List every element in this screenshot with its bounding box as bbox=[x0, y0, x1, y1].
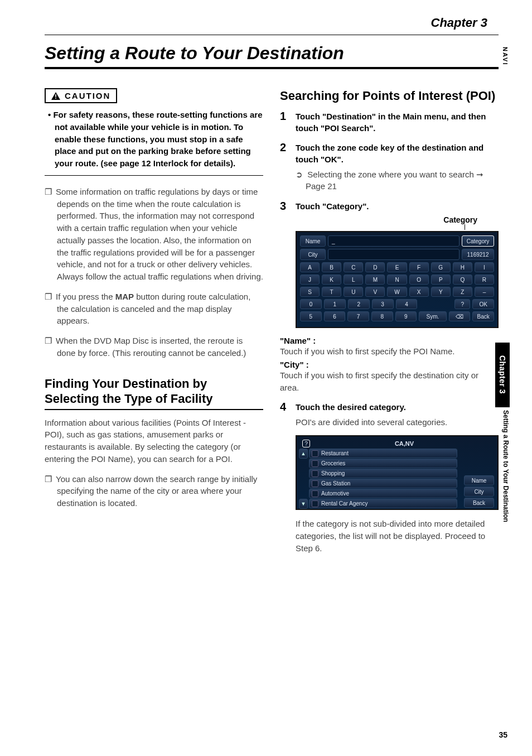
poi-category-item[interactable]: Gas Station bbox=[309, 479, 457, 488]
help-icon[interactable]: ? bbox=[302, 440, 310, 447]
note-item: ❐Some information on traffic regulations… bbox=[45, 186, 263, 283]
keyboard-key[interactable]: 2 bbox=[348, 299, 370, 309]
category-item-label: Automotive bbox=[321, 490, 349, 497]
keyboard-key[interactable]: S bbox=[300, 287, 320, 297]
keyboard-key[interactable]: O bbox=[409, 275, 429, 285]
keyboard-key[interactable]: W bbox=[387, 287, 407, 297]
keyboard-key[interactable]: H bbox=[453, 262, 472, 272]
step-4-after: If the category is not sub-divided into … bbox=[280, 518, 499, 554]
screen2-name-button[interactable]: Name bbox=[464, 475, 494, 485]
keyboard-key[interactable]: T bbox=[322, 287, 341, 297]
step-text: Touch the desired category. bbox=[296, 401, 406, 413]
category-item-label: Groceries bbox=[321, 460, 345, 466]
keyboard-key[interactable]: 1 bbox=[324, 299, 346, 309]
keyboard-key[interactable]: 8 bbox=[371, 311, 393, 321]
screen-name-tab[interactable]: Name bbox=[300, 235, 326, 247]
screen2-back-button[interactable]: Back bbox=[464, 498, 494, 508]
note-item: ❐You can also narrow down the search ran… bbox=[45, 473, 263, 509]
screen2-city-button[interactable]: City bbox=[464, 487, 494, 497]
step-text: Touch "Category". bbox=[296, 200, 369, 212]
category-icon bbox=[312, 490, 318, 497]
keyboard-key[interactable]: A bbox=[300, 262, 320, 272]
keyboard-key[interactable]: X bbox=[409, 287, 429, 297]
category-icon bbox=[312, 470, 318, 477]
keyboard-key[interactable]: P bbox=[431, 275, 451, 285]
keyboard-key[interactable]: Q bbox=[453, 275, 472, 285]
keyboard-key[interactable]: Z bbox=[453, 287, 472, 297]
keyboard-key[interactable]: R bbox=[475, 275, 494, 285]
screen2-title: CA,NV bbox=[313, 440, 495, 447]
keyboard-key[interactable]: 4 bbox=[396, 299, 418, 309]
page-title: Setting a Route to Your Destination bbox=[45, 43, 499, 69]
bullet-box-icon: ❐ bbox=[45, 335, 56, 347]
poi-category-item[interactable]: Shopping bbox=[309, 469, 457, 478]
caution-block: CAUTION • For safety reasons, these rout… bbox=[45, 88, 263, 176]
keyboard-key[interactable]: F bbox=[409, 262, 429, 272]
keyboard-key[interactable]: C bbox=[344, 262, 363, 272]
warning-triangle-icon bbox=[51, 92, 60, 100]
svg-rect-0 bbox=[55, 94, 56, 97]
keyboard-key[interactable]: 9 bbox=[395, 311, 417, 321]
poi-category-item[interactable]: Restaurant bbox=[309, 449, 457, 458]
category-item-label: Gas Station bbox=[321, 480, 350, 487]
bullet-box-icon: ❐ bbox=[45, 291, 56, 303]
category-callout-label: Category bbox=[280, 215, 499, 224]
keyboard-key[interactable]: U bbox=[344, 287, 363, 297]
delete-key[interactable]: ⌫ bbox=[449, 311, 471, 321]
side-tab-chapter: Chapter 3 bbox=[495, 343, 510, 407]
sym-key[interactable]: Sym. bbox=[419, 311, 447, 321]
poi-category-item[interactable]: Groceries bbox=[309, 459, 457, 468]
poi-category-item[interactable]: Automotive bbox=[309, 489, 457, 498]
poi-category-item[interactable]: Rental Car Agency bbox=[309, 499, 457, 508]
keyboard-key[interactable]: 0 bbox=[300, 299, 322, 309]
svg-rect-1 bbox=[55, 98, 56, 99]
step-4-sub: POI's are divided into several categorie… bbox=[280, 416, 499, 428]
step-2-sub: ➲ Selecting the zone where you want to s… bbox=[280, 168, 499, 193]
note-item: ❐When the DVD Map Disc is inserted, the … bbox=[45, 335, 263, 359]
help-key[interactable]: ? bbox=[454, 299, 470, 309]
scroll-down-button[interactable]: ▼ bbox=[299, 499, 308, 509]
keyboard-key[interactable]: M bbox=[365, 275, 385, 285]
step-3: 3 Touch "Category". bbox=[280, 200, 499, 212]
keyboard-key[interactable]: L bbox=[344, 275, 363, 285]
city-option-label: "City" : bbox=[280, 360, 499, 369]
step-text: Touch the zone code key of the destinati… bbox=[296, 142, 499, 165]
category-item-label: Rental Car Agency bbox=[321, 500, 367, 507]
back-key[interactable]: Back bbox=[472, 311, 494, 321]
keyboard-key[interactable]: G bbox=[431, 262, 451, 272]
page-number: 35 bbox=[499, 730, 507, 739]
screen-city-field[interactable] bbox=[328, 249, 460, 260]
screen-city-tab[interactable]: City bbox=[300, 249, 326, 260]
side-navi-label: NAVI bbox=[502, 47, 509, 65]
keyboard-key[interactable]: J bbox=[300, 275, 320, 285]
keyboard-key[interactable]: Y bbox=[431, 287, 451, 297]
category-item-label: Restaurant bbox=[321, 450, 349, 456]
keyboard-key[interactable]: 3 bbox=[372, 299, 394, 309]
keyboard-key[interactable]: D bbox=[365, 262, 385, 272]
keyboard-key[interactable]: 6 bbox=[324, 311, 346, 321]
scroll-up-button[interactable]: ▲ bbox=[299, 449, 308, 459]
caution-text: • For safety reasons, these route-settin… bbox=[45, 109, 263, 170]
keyboard-key[interactable]: I bbox=[475, 262, 494, 272]
screen-category-button[interactable]: Category bbox=[462, 235, 494, 247]
keyboard-key[interactable]: N bbox=[387, 275, 407, 285]
keyboard-key[interactable]: 7 bbox=[347, 311, 369, 321]
chapter-label: Chapter 3 bbox=[45, 16, 499, 35]
step-4: 4 Touch the desired category. bbox=[280, 401, 499, 413]
step-number: 3 bbox=[280, 200, 289, 212]
keyboard-key[interactable]: – bbox=[475, 287, 494, 297]
note-item: ❐If you press the MAP button during rout… bbox=[45, 291, 263, 327]
section-poi-title: Searching for Points of Interest (POI) bbox=[280, 88, 499, 104]
bullet-box-icon: ❐ bbox=[45, 186, 56, 198]
side-running-title: Setting a Route to Your Destination bbox=[502, 410, 510, 522]
ok-key[interactable]: OK bbox=[472, 299, 494, 309]
keyboard-key[interactable]: E bbox=[387, 262, 407, 272]
keyboard-key[interactable]: 5 bbox=[300, 311, 322, 321]
keyboard-key[interactable]: K bbox=[322, 275, 341, 285]
keyboard-key[interactable]: B bbox=[322, 262, 341, 272]
category-icon bbox=[312, 480, 318, 487]
keyboard-key[interactable]: V bbox=[365, 287, 385, 297]
screen-name-field[interactable]: _ bbox=[328, 235, 460, 247]
category-icon bbox=[312, 460, 318, 467]
step-number: 4 bbox=[280, 401, 289, 413]
